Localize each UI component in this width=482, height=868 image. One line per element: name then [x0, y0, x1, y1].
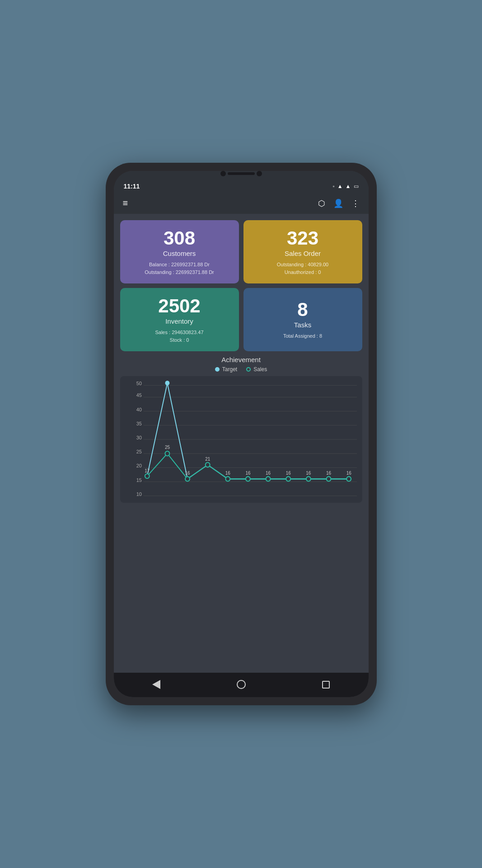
- target-label: Target: [222, 366, 237, 373]
- inventory-number: 2502: [158, 296, 200, 316]
- svg-text:16: 16: [225, 471, 230, 476]
- svg-text:45: 45: [136, 392, 141, 398]
- sd-card-icon: ▫: [332, 183, 334, 189]
- speaker-bar: [228, 172, 255, 175]
- recent-button[interactable]: [320, 678, 332, 691]
- svg-point-29: [145, 474, 149, 478]
- customers-detail: Balance : 226992371.88 DrOutstanding : 2…: [145, 261, 214, 276]
- battery-icon: ▭: [354, 183, 359, 189]
- inventory-detail: Sales : 294630823.47Stock : 0: [155, 329, 203, 344]
- target-dot: [215, 367, 220, 372]
- tasks-number: 8: [297, 299, 308, 320]
- svg-text:16: 16: [266, 471, 271, 476]
- person-icon[interactable]: 👤: [333, 198, 343, 208]
- svg-point-35: [266, 476, 270, 481]
- svg-text:50: 50: [164, 381, 169, 382]
- back-icon: [152, 680, 160, 689]
- svg-text:35: 35: [136, 421, 141, 426]
- svg-point-30: [165, 451, 169, 456]
- status-time: 11:11: [124, 183, 140, 190]
- svg-text:25: 25: [136, 449, 141, 454]
- home-button[interactable]: [235, 678, 248, 691]
- sales-dot: [246, 367, 251, 372]
- svg-point-34: [246, 476, 250, 481]
- svg-text:20: 20: [136, 463, 141, 468]
- svg-point-37: [306, 476, 310, 481]
- cards-grid: 308 Customers Balance : 226992371.88 DrO…: [120, 220, 362, 351]
- svg-point-38: [326, 476, 331, 481]
- svg-text:16: 16: [285, 471, 290, 476]
- inventory-title: Inventory: [165, 317, 193, 325]
- sales-order-card[interactable]: 323 Sales Order Outstanding : 40829.00Un…: [243, 220, 362, 283]
- app-bar-left: ≡: [123, 198, 128, 208]
- wifi-icon: ▲: [337, 183, 343, 189]
- svg-text:50: 50: [136, 381, 141, 386]
- chart-legend: Target Sales: [120, 366, 362, 373]
- bottom-nav: [114, 673, 369, 697]
- svg-text:21: 21: [205, 457, 210, 462]
- camera-dot: [220, 171, 226, 176]
- svg-point-36: [286, 476, 290, 481]
- camera-dot-2: [257, 171, 262, 176]
- sales-label: Sales: [253, 366, 267, 373]
- svg-text:16: 16: [346, 471, 351, 476]
- svg-text:30: 30: [136, 435, 141, 440]
- svg-point-32: [205, 462, 210, 467]
- svg-text:10: 10: [136, 491, 141, 497]
- app-bar: ≡ ⬡ 👤 ⋮: [114, 193, 369, 214]
- tasks-card[interactable]: 8 Tasks Total Assigned : 8: [243, 288, 362, 351]
- customers-card[interactable]: 308 Customers Balance : 226992371.88 DrO…: [120, 220, 239, 283]
- achievement-title: Achievement: [120, 356, 362, 363]
- achievement-chart: 10 15 20 25 30 35 40 45 50: [134, 381, 358, 498]
- cube-icon[interactable]: ⬡: [318, 198, 325, 208]
- phone-device: 11:11 ▫ ▲ ▲ ▭ ≡ ⬡ 👤 ⋮: [106, 163, 377, 705]
- phone-screen: 11:11 ▫ ▲ ▲ ▭ ≡ ⬡ 👤 ⋮: [114, 171, 369, 697]
- status-bar: 11:11 ▫ ▲ ▲ ▭: [114, 178, 369, 193]
- app-bar-right: ⬡ 👤 ⋮: [318, 198, 360, 208]
- svg-text:17: 17: [145, 468, 150, 473]
- back-button[interactable]: [150, 678, 163, 691]
- svg-text:15: 15: [136, 477, 141, 482]
- svg-text:16: 16: [306, 471, 311, 476]
- recent-icon: [322, 681, 330, 689]
- sales-order-title: Sales Order: [285, 250, 321, 257]
- tasks-title: Tasks: [294, 321, 311, 329]
- legend-sales: Sales: [246, 366, 267, 373]
- more-icon[interactable]: ⋮: [351, 198, 360, 208]
- customers-title: Customers: [163, 250, 196, 257]
- svg-text:16: 16: [185, 471, 190, 476]
- inventory-card[interactable]: 2502 Inventory Sales : 294630823.47Stock…: [120, 288, 239, 351]
- main-content: 308 Customers Balance : 226992371.88 DrO…: [114, 214, 369, 673]
- sales-order-detail: Outstanding : 40829.00Unauthorized : 0: [277, 261, 328, 276]
- signal-icon: ▲: [346, 183, 351, 189]
- camera-area: [114, 171, 369, 178]
- sales-order-number: 323: [287, 228, 318, 249]
- home-icon: [237, 680, 246, 689]
- svg-text:40: 40: [136, 406, 141, 412]
- svg-text:25: 25: [164, 445, 169, 450]
- achievement-section: Achievement Target Sales 10: [120, 356, 362, 503]
- customers-number: 308: [164, 228, 195, 249]
- tasks-detail: Total Assigned : 8: [283, 332, 322, 340]
- chart-container: 10 15 20 25 30 35 40 45 50: [120, 376, 362, 503]
- legend-target: Target: [215, 366, 237, 373]
- svg-text:16: 16: [245, 471, 250, 476]
- svg-point-33: [225, 476, 230, 481]
- svg-point-31: [185, 476, 190, 481]
- status-icons: ▫ ▲ ▲ ▭: [332, 183, 358, 189]
- svg-text:16: 16: [326, 471, 331, 476]
- svg-point-39: [346, 476, 351, 481]
- menu-icon[interactable]: ≡: [123, 198, 128, 208]
